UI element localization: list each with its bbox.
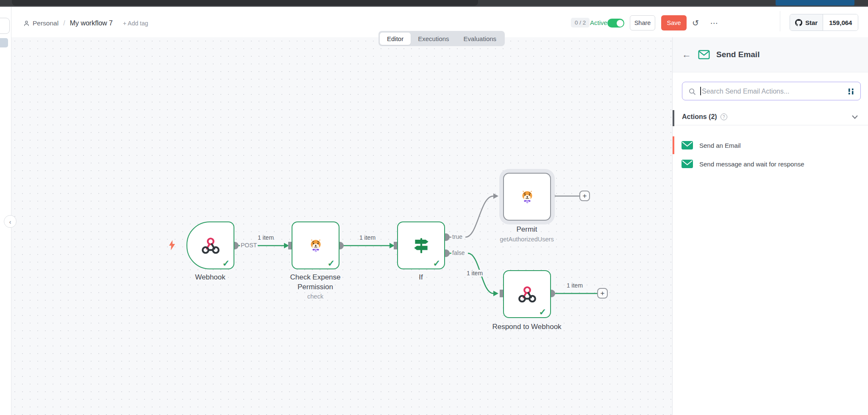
webhook-icon (201, 236, 220, 255)
node-if[interactable]: ✓ (397, 221, 445, 269)
node-title-check-expense: Check Expense Permission (273, 273, 358, 292)
scroll-indicator-dark (673, 110, 674, 126)
history-icon[interactable]: ↺ (689, 17, 702, 29)
node-title-if: If (372, 273, 470, 282)
envelope-icon (682, 160, 693, 168)
tab-executions[interactable]: Executions (411, 33, 456, 45)
panel-header: ← Send Email (673, 37, 868, 72)
breadcrumb-separator: / (63, 19, 65, 27)
node-webhook[interactable]: ✓ (186, 221, 234, 269)
execution-count-badge: 0 / 2 (571, 18, 590, 28)
envelope-icon (682, 141, 693, 149)
workflow-name[interactable]: My workflow 7 (70, 19, 113, 27)
dog-agent-icon (517, 187, 537, 207)
node-permit[interactable] (503, 173, 551, 221)
breadcrumb-project[interactable]: Personal (33, 19, 58, 27)
actions-section-header[interactable]: Actions (2) ? (673, 108, 868, 125)
github-star-count[interactable]: 159,064 (823, 14, 858, 30)
scroll-indicator-orange (673, 136, 674, 154)
sidebar-selected-item[interactable] (0, 38, 8, 47)
edge-items-label: 1 item (567, 282, 583, 289)
node-respond-to-webhook[interactable]: ✓ (503, 270, 551, 318)
trigger-bolt-icon (168, 240, 176, 251)
browser-blue-button-fragment (776, 0, 854, 6)
edge-items-label: 1 item (258, 234, 274, 241)
help-icon[interactable]: ? (721, 113, 727, 120)
panel-title: Send Email (716, 50, 760, 59)
filter-bars-icon[interactable] (848, 88, 854, 95)
edge-items-label: 1 item (359, 234, 376, 241)
more-menu-icon[interactable]: ⋯ (708, 17, 721, 29)
browser-chrome-strip (0, 0, 868, 7)
node-actions-panel: ← Send Email Actions (2) ? (672, 37, 868, 415)
success-check-icon: ✓ (539, 307, 546, 317)
sidebar-collapse-button[interactable]: ‹ (4, 215, 17, 228)
node-title-permit: Permit (478, 225, 576, 235)
action-item-send-email[interactable]: Send an Email (673, 136, 868, 155)
tab-editor[interactable]: Editor (380, 33, 411, 45)
share-button[interactable]: Share (630, 15, 655, 30)
n8n-workflow-editor: ‹ Personal / My workflow 7 + Add tag 0 /… (0, 0, 868, 415)
search-input[interactable] (701, 82, 843, 101)
breadcrumb: Personal / My workflow 7 + Add tag (23, 19, 148, 27)
active-label: Active (590, 19, 607, 26)
action-item-label: Send an Email (699, 142, 741, 149)
chevron-down-icon[interactable] (852, 115, 858, 119)
github-star-label: Star (805, 19, 818, 26)
github-star-widget[interactable]: Star 159,064 (790, 14, 858, 31)
action-item-send-message-wait[interactable]: Send message and wait for response (673, 155, 868, 173)
success-check-icon: ✓ (327, 258, 335, 268)
if-true-output-label: true (451, 233, 463, 240)
search-box[interactable] (682, 82, 861, 100)
node-subtitle-check: check (267, 293, 364, 300)
signpost-if-icon (412, 236, 431, 255)
active-toggle[interactable] (607, 19, 624, 28)
dog-agent-icon (306, 236, 326, 255)
back-arrow-icon[interactable]: ← (682, 49, 691, 60)
add-node-button[interactable]: + (597, 288, 608, 299)
section-divider (673, 125, 868, 125)
node-subtitle-permit: getAuthorizedUsers (478, 236, 576, 243)
add-node-button[interactable]: + (579, 191, 590, 201)
webhook-method-label: POST (240, 242, 258, 249)
github-star-button[interactable]: Star (790, 14, 823, 30)
actions-section-title: Actions (2) (682, 113, 717, 121)
toggle-knob (617, 20, 623, 27)
webhook-icon (517, 285, 537, 304)
save-button[interactable]: Save (661, 15, 687, 30)
search-icon (689, 88, 696, 95)
sidebar-strip (0, 7, 11, 415)
success-check-icon: ✓ (433, 258, 440, 268)
sidebar-partial-button[interactable] (0, 18, 10, 34)
if-false-output-label: false (451, 249, 466, 256)
node-title-respond: Respond to Webhook (478, 322, 576, 332)
node-check-expense-permission[interactable]: ✓ (292, 221, 339, 269)
add-tag-button[interactable]: + Add tag (123, 20, 148, 27)
github-octocat-icon (795, 19, 802, 26)
view-tabs: Editor Executions Evaluations (378, 31, 505, 46)
workflow-canvas[interactable]: ✓ ✓ (11, 37, 672, 415)
browser-tab (12, 0, 478, 6)
tab-evaluations[interactable]: Evaluations (456, 33, 504, 45)
send-email-icon (698, 50, 710, 59)
action-item-label: Send message and wait for response (699, 160, 804, 168)
success-check-icon: ✓ (222, 258, 230, 268)
person-icon (23, 20, 30, 27)
node-title-webhook: Webhook (161, 273, 259, 282)
header-separator (780, 11, 780, 31)
